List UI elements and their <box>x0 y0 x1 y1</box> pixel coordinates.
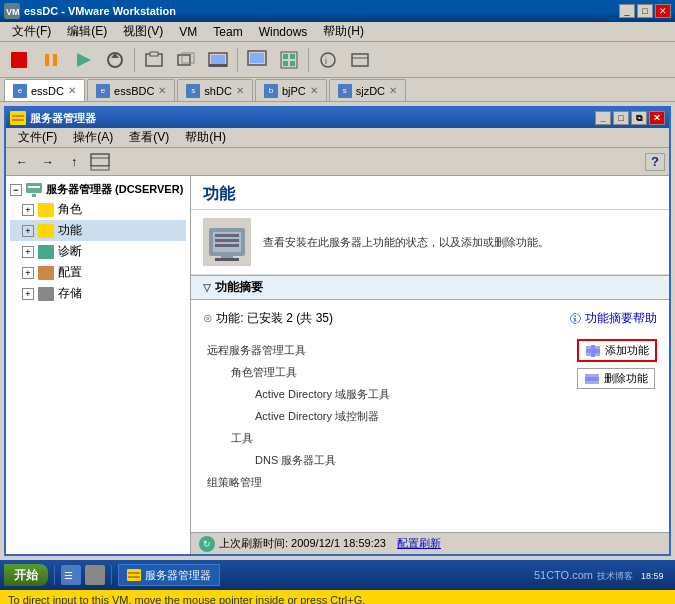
window-show-btn[interactable] <box>88 151 112 173</box>
status-circle-icon: ⊙ <box>203 311 216 325</box>
tree-item-config[interactable]: + 配置 <box>10 262 186 283</box>
window-menu-file[interactable]: 文件(F) <box>10 128 65 147</box>
tab-sjzdc[interactable]: s sjzDC ✕ <box>329 79 406 101</box>
feature-intro: 查看安装在此服务器上功能的状态，以及添加或删除功能。 <box>191 210 669 275</box>
toolbar-pause-btn[interactable] <box>36 46 66 74</box>
server-icon <box>26 183 42 197</box>
tree-item-roles-expand[interactable]: + <box>22 204 34 216</box>
tab-essbdc[interactable]: e essBDC ✕ <box>87 79 175 101</box>
window-menu-help[interactable]: 帮助(H) <box>177 128 234 147</box>
svg-rect-21 <box>290 61 295 66</box>
window-title-icon <box>10 111 26 125</box>
tree-item-features[interactable]: + 功能 <box>10 220 186 241</box>
svg-text:18:59: 18:59 <box>641 571 664 581</box>
menu-vm[interactable]: VM <box>171 23 205 41</box>
help-link-icon: 🛈 <box>569 312 581 326</box>
window-help-btn[interactable]: ? <box>645 153 665 171</box>
tree-item-storage-expand[interactable]: + <box>22 288 34 300</box>
window-restore-btn[interactable]: ⧉ <box>631 111 647 125</box>
svg-rect-19 <box>290 54 295 59</box>
feature-intro-text: 查看安装在此服务器上功能的状态，以及添加或删除功能。 <box>263 234 549 251</box>
tree-panel: − 服务器管理器 (DCSERVER) + 角色 + 功能 + 诊断 + <box>6 176 191 554</box>
svg-rect-20 <box>283 61 288 66</box>
tree-item-storage[interactable]: + 存储 <box>10 283 186 304</box>
toolbar-snapshot-btn[interactable] <box>139 46 169 74</box>
summary-section-header[interactable]: ▽ 功能摘要 <box>191 275 669 300</box>
toolbar-stop-btn[interactable] <box>4 46 34 74</box>
taskbar-server-mgr[interactable]: 服务器管理器 <box>118 564 220 586</box>
svg-rect-29 <box>91 154 109 166</box>
watermark-logo: 技术博客 <box>597 565 637 585</box>
tree-root[interactable]: − 服务器管理器 (DCSERVER) <box>10 180 186 199</box>
svg-rect-14 <box>209 64 227 67</box>
svg-rect-39 <box>215 244 239 247</box>
window-menu-view[interactable]: 查看(V) <box>121 128 177 147</box>
toolbar-fullscreen-btn[interactable] <box>242 46 272 74</box>
toolbar-clone-btn[interactable] <box>171 46 201 74</box>
menu-view[interactable]: 视图(V) <box>115 21 171 42</box>
window-fwd-btn[interactable]: → <box>36 151 60 173</box>
tab-essdc-close[interactable]: ✕ <box>68 85 76 96</box>
tree-root-expand[interactable]: − <box>10 184 22 196</box>
toolbar-settings-btn[interactable] <box>203 46 233 74</box>
window-close-btn[interactable]: ✕ <box>649 111 665 125</box>
installed-item-6: 组策略管理 <box>207 471 390 493</box>
add-feature-icon <box>585 344 601 358</box>
close-button[interactable]: ✕ <box>655 4 671 18</box>
add-feature-button[interactable]: 添加功能 <box>577 339 657 362</box>
play-icon <box>73 50 93 70</box>
tree-item-config-expand[interactable]: + <box>22 267 34 279</box>
remove-feature-button[interactable]: 删除功能 <box>577 368 655 389</box>
watermark-text: 51CTO.com <box>534 569 593 581</box>
tab-bjpc-close[interactable]: ✕ <box>310 85 318 96</box>
feature-help-link[interactable]: 🛈 功能摘要帮助 <box>569 310 657 327</box>
menu-file[interactable]: 文件(F) <box>4 21 59 42</box>
tree-item-features-expand[interactable]: + <box>22 225 34 237</box>
taskbar-servermgr-icon <box>127 569 141 581</box>
extra2-icon <box>350 50 370 70</box>
toolbar-extra2-btn[interactable] <box>345 46 375 74</box>
menu-windows[interactable]: Windows <box>251 23 316 41</box>
toolbar-unity-btn[interactable] <box>274 46 304 74</box>
tree-item-diag-expand[interactable]: + <box>22 246 34 258</box>
tab-sjzdc-icon: s <box>338 84 352 98</box>
tab-essdc[interactable]: e essDC ✕ <box>4 79 85 101</box>
summary-btn-row: 远程服务器管理工具 角色管理工具 Active Directory 域服务工具 … <box>203 335 657 497</box>
refresh-link[interactable]: 配置刷新 <box>397 536 441 551</box>
menu-team[interactable]: Team <box>205 23 250 41</box>
tab-bjpc[interactable]: b bjPC ✕ <box>255 79 327 101</box>
window-maximize-btn[interactable]: □ <box>613 111 629 125</box>
window-back-btn[interactable]: ← <box>10 151 34 173</box>
menu-edit[interactable]: 编辑(E) <box>59 21 115 42</box>
svg-rect-13 <box>211 55 225 64</box>
tab-sjzdc-close[interactable]: ✕ <box>389 85 397 96</box>
toolbar-play-btn[interactable] <box>68 46 98 74</box>
title-bar: VM essDC - VMware Workstation _ □ ✕ <box>0 0 675 22</box>
installed-item-1: 角色管理工具 <box>207 361 390 383</box>
minimize-button[interactable]: _ <box>619 4 635 18</box>
clone-icon <box>176 50 196 70</box>
toolbar-reset-btn[interactable] <box>100 46 130 74</box>
tab-essbdc-icon: e <box>96 84 110 98</box>
tree-item-roles[interactable]: + 角色 <box>10 199 186 220</box>
svg-rect-52 <box>128 576 140 578</box>
taskbar-icon1: ☰ <box>61 565 81 585</box>
window-minimize-btn[interactable]: _ <box>595 111 611 125</box>
tab-shdc-close[interactable]: ✕ <box>236 85 244 96</box>
unity-icon <box>279 50 299 70</box>
summary-right: 🛈 功能摘要帮助 <box>569 310 657 327</box>
window-menu-action[interactable]: 操作(A) <box>65 128 121 147</box>
svg-rect-51 <box>128 572 140 574</box>
tab-essbdc-close[interactable]: ✕ <box>158 85 166 96</box>
tab-shdc[interactable]: s shDC ✕ <box>177 79 253 101</box>
maximize-button[interactable]: □ <box>637 4 653 18</box>
menu-help[interactable]: 帮助(H) <box>315 21 372 42</box>
svg-rect-44 <box>586 349 600 353</box>
right-panel: 功能 查看安装在此 <box>191 176 669 554</box>
tree-item-diag[interactable]: + 诊断 <box>10 241 186 262</box>
window-title-text: 服务器管理器 <box>30 111 595 126</box>
toolbar-extra1-btn[interactable]: i <box>313 46 343 74</box>
start-button[interactable]: 开始 <box>4 564 48 586</box>
window-up-btn[interactable]: ↑ <box>62 151 86 173</box>
svg-rect-4 <box>53 54 57 66</box>
